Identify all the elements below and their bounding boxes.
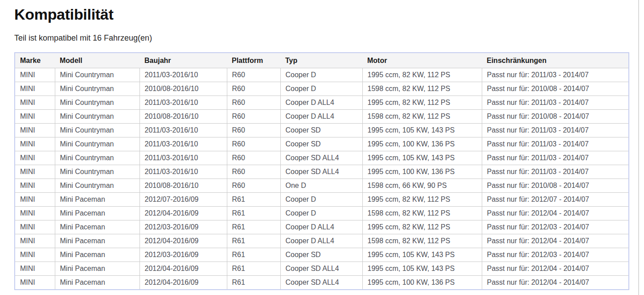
table-cell: R61 — [227, 207, 280, 220]
table-cell: R60 — [227, 68, 280, 82]
table-cell: R61 — [227, 220, 280, 234]
table-cell: Cooper D — [280, 82, 362, 96]
table-row: MINIMini Countryman2011/03-2016/10R60Coo… — [15, 68, 628, 82]
table-cell: 1995 ccm, 105 KW, 143 PS — [362, 262, 482, 276]
table-cell: MINI — [15, 193, 55, 207]
table-cell: Cooper SD ALL4 — [280, 276, 362, 290]
table-cell: 2011/03-2016/10 — [139, 151, 227, 165]
table-cell: 1598 ccm, 82 KW, 112 PS — [362, 82, 482, 96]
column-header-motor: Motor — [362, 53, 482, 68]
table-cell: R60 — [227, 165, 280, 179]
table-cell: Passt nur für: 2011/03 - 2014/07 — [482, 137, 628, 151]
table-cell: Passt nur für: 2011/03 - 2014/07 — [482, 68, 628, 82]
table-cell: 1598 ccm, 82 KW, 112 PS — [362, 207, 482, 220]
compatibility-table-container: MarkeModellBaujahrPlattformTypMotorEinsc… — [14, 52, 629, 290]
table-cell: R60 — [227, 124, 280, 137]
table-cell: R61 — [227, 234, 280, 248]
table-cell: Cooper D ALL4 — [280, 110, 362, 124]
table-cell: 2010/08-2016/10 — [139, 110, 227, 124]
table-cell: MINI — [15, 82, 55, 96]
table-cell: R61 — [227, 262, 280, 276]
table-cell: Cooper SD ALL4 — [280, 262, 362, 276]
table-row: MINIMini Countryman2011/03-2016/10R60Coo… — [15, 124, 628, 137]
table-cell: R61 — [227, 248, 280, 262]
table-cell: Cooper D ALL4 — [280, 234, 362, 248]
page-title: Kompatibilität — [14, 5, 629, 23]
table-cell: R60 — [227, 179, 280, 193]
table-cell: Mini Countryman — [55, 165, 139, 179]
table-cell: 1995 ccm, 100 KW, 136 PS — [362, 137, 482, 151]
table-cell: 2011/03-2016/10 — [139, 137, 227, 151]
table-cell: Mini Paceman — [55, 220, 139, 234]
table-cell: Cooper SD — [280, 248, 362, 262]
table-cell: Mini Countryman — [55, 110, 139, 124]
table-cell: Passt nur für: 2012/04 - 2014/07 — [482, 207, 628, 220]
table-cell: 2012/04-2016/09 — [139, 207, 227, 220]
table-cell: 1995 ccm, 105 KW, 143 PS — [362, 124, 482, 137]
table-cell: Cooper D — [280, 193, 362, 207]
table-row: MINIMini Paceman2012/04-2016/09R61Cooper… — [15, 262, 628, 276]
table-cell: R60 — [227, 110, 280, 124]
table-cell: 1995 ccm, 82 KW, 112 PS — [362, 193, 482, 207]
table-cell: Mini Paceman — [55, 276, 139, 290]
vertical-divider — [638, 0, 639, 295]
table-cell: Cooper D ALL4 — [280, 220, 362, 234]
table-cell: Mini Paceman — [55, 262, 139, 276]
table-cell: Mini Paceman — [55, 193, 139, 207]
table-cell: MINI — [15, 262, 55, 276]
table-cell: Passt nur für: 2010/08 - 2014/07 — [482, 110, 628, 124]
table-cell: 1995 ccm, 82 KW, 112 PS — [362, 220, 482, 234]
table-cell: 1995 ccm, 105 KW, 143 PS — [362, 151, 482, 165]
table-cell: Passt nur für: 2011/03 - 2014/07 — [482, 96, 628, 110]
column-header-marke: Marke — [15, 53, 55, 68]
table-cell: Passt nur für: 2011/03 - 2014/07 — [482, 165, 628, 179]
table-cell: Mini Countryman — [55, 179, 139, 193]
table-cell: 1995 ccm, 82 KW, 112 PS — [362, 96, 482, 110]
table-cell: R60 — [227, 82, 280, 96]
table-row: MINIMini Paceman2012/07-2016/09R61Cooper… — [15, 193, 628, 207]
table-cell: MINI — [15, 276, 55, 290]
table-cell: R60 — [227, 96, 280, 110]
table-cell: Cooper D ALL4 — [280, 96, 362, 110]
table-cell: MINI — [15, 165, 55, 179]
table-cell: 1995 ccm, 105 KW, 143 PS — [362, 248, 482, 262]
table-cell: MINI — [15, 68, 55, 82]
table-cell: MINI — [15, 207, 55, 220]
table-cell: Passt nur für: 2011/03 - 2014/07 — [482, 124, 628, 137]
table-cell: 1598 ccm, 82 KW, 112 PS — [362, 234, 482, 248]
table-row: MINIMini Paceman2012/04-2016/09R61Cooper… — [15, 276, 628, 290]
table-cell: Passt nur für: 2010/08 - 2014/07 — [482, 82, 628, 96]
table-cell: R60 — [227, 137, 280, 151]
table-cell: 1995 ccm, 100 KW, 136 PS — [362, 165, 482, 179]
table-cell: Passt nur für: 2011/03 - 2014/07 — [482, 151, 628, 165]
table-cell: Mini Countryman — [55, 68, 139, 82]
table-row: MINIMini Paceman2012/03-2016/09R61Cooper… — [15, 220, 628, 234]
table-row: MINIMini Countryman2010/08-2016/10R60Coo… — [15, 110, 628, 124]
table-cell: Cooper SD — [280, 137, 362, 151]
table-cell: Cooper D — [280, 68, 362, 82]
table-cell: One D — [280, 179, 362, 193]
compatibility-count-text: Teil ist kompatibel mit 16 Fahrzeug(en) — [14, 33, 629, 43]
table-cell: 2011/03-2016/10 — [139, 68, 227, 82]
table-row: MINIMini Countryman2010/08-2016/10R60One… — [15, 179, 628, 193]
table-cell: 2012/03-2016/09 — [139, 220, 227, 234]
table-cell: MINI — [15, 124, 55, 137]
table-cell: Cooper SD ALL4 — [280, 165, 362, 179]
table-cell: Mini Paceman — [55, 234, 139, 248]
table-row: MINIMini Countryman2011/03-2016/10R60Coo… — [15, 137, 628, 151]
table-cell: 2011/03-2016/10 — [139, 124, 227, 137]
table-row: MINIMini Countryman2011/03-2016/10R60Coo… — [15, 151, 628, 165]
table-cell: 2011/03-2016/10 — [139, 165, 227, 179]
table-row: MINIMini Paceman2012/04-2016/09R61Cooper… — [15, 234, 628, 248]
table-header-row: MarkeModellBaujahrPlattformTypMotorEinsc… — [15, 53, 628, 68]
table-cell: 2012/04-2016/09 — [139, 262, 227, 276]
column-header-plattform: Plattform — [227, 53, 280, 68]
table-cell: Passt nur für: 2012/04 - 2014/07 — [482, 234, 628, 248]
table-cell: Cooper D — [280, 207, 362, 220]
table-cell: Cooper SD ALL4 — [280, 151, 362, 165]
table-cell: Cooper SD — [280, 124, 362, 137]
column-header-typ: Typ — [280, 53, 362, 68]
table-cell: 2012/03-2016/09 — [139, 248, 227, 262]
table-cell: R61 — [227, 276, 280, 290]
column-header-modell: Modell — [55, 53, 139, 68]
